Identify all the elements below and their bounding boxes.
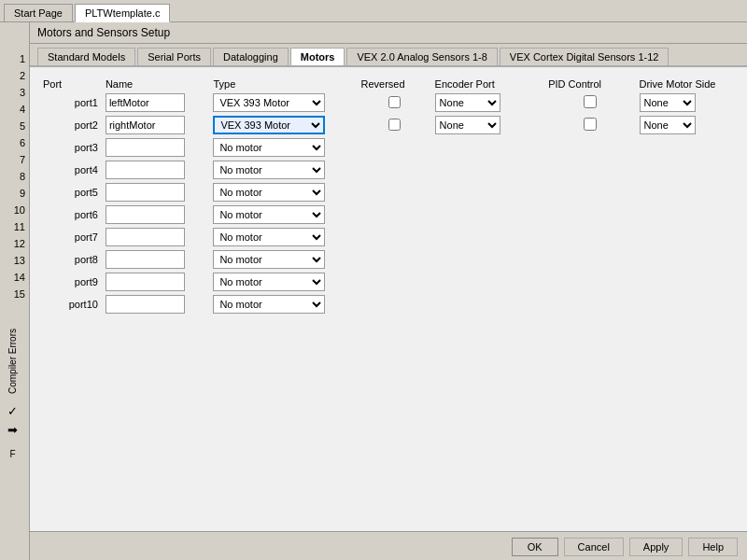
name-input[interactable] (106, 205, 185, 224)
drive-cell (636, 159, 739, 181)
name-input[interactable] (106, 183, 185, 202)
encoder-cell (431, 248, 545, 271)
type-select[interactable]: No motorVEX 393 MotorVEX 269 MotorServo … (213, 138, 325, 157)
drive-select[interactable]: NoneLeftRight (640, 116, 696, 134)
type-cell: No motorVEX 393 MotorVEX 269 MotorServo … (209, 293, 357, 315)
ok-button[interactable]: OK (512, 538, 558, 556)
encoder-cell (431, 271, 545, 293)
drive-select[interactable]: NoneLeftRight (640, 93, 696, 112)
line-10: 10 (0, 202, 25, 218)
col-header-name: Name (102, 77, 210, 91)
main-content: Motors and Sensors Setup Standard Models… (30, 22, 747, 560)
encoder-select[interactable]: NoneEncoder 1Encoder 2 (435, 93, 500, 112)
arrow-area: ✓ ➡ (6, 399, 20, 442)
port-label: port7 (39, 226, 102, 248)
type-select[interactable]: No motorVEX 393 MotorVEX 269 MotorServo … (213, 183, 325, 202)
name-input[interactable] (106, 93, 185, 112)
name-cell (102, 271, 210, 293)
pid-cell (544, 114, 635, 136)
table-row: port9No motorVEX 393 MotorVEX 269 MotorS… (39, 271, 738, 293)
line-15: 15 (0, 286, 25, 302)
compiler-errors-label[interactable]: Compiler Errors (5, 329, 21, 394)
pid-cell (544, 293, 635, 315)
reversed-checkbox[interactable] (388, 119, 401, 131)
name-input[interactable] (106, 161, 185, 179)
table-row: port5No motorVEX 393 MotorVEX 269 MotorS… (39, 181, 738, 203)
apply-button[interactable]: Apply (629, 538, 684, 556)
type-cell: No motorVEX 393 MotorVEX 269 MotorServo … (209, 226, 357, 248)
pid-checkbox[interactable] (584, 118, 597, 131)
line-12: 12 (0, 235, 25, 252)
name-input[interactable] (106, 273, 185, 291)
type-select[interactable]: No motorVEX 393 MotorVEX 269 MotorServo … (213, 116, 325, 134)
encoder-select[interactable]: NoneEncoder 1Encoder 2 (435, 116, 500, 134)
name-input[interactable] (106, 116, 185, 134)
line-9: 9 (0, 185, 25, 202)
type-select[interactable]: No motorVEX 393 MotorVEX 269 MotorServo … (213, 273, 325, 291)
type-select[interactable]: No motorVEX 393 MotorVEX 269 MotorServo … (213, 228, 325, 246)
tab-serial-ports[interactable]: Serial Ports (137, 48, 211, 65)
table-row: port10No motorVEX 393 MotorVEX 269 Motor… (39, 293, 738, 315)
encoder-cell (431, 226, 545, 248)
reversed-checkbox[interactable] (388, 96, 401, 108)
tab-start-page[interactable]: Start Page (4, 4, 73, 21)
type-select[interactable]: No motorVEX 393 MotorVEX 269 MotorServo … (213, 250, 325, 269)
type-select[interactable]: No motorVEX 393 MotorVEX 269 MotorServo … (213, 295, 325, 314)
name-cell (102, 159, 210, 181)
motors-content-area: Port Name Type Reversed Encoder Port PID… (30, 67, 747, 531)
help-button[interactable]: Help (688, 538, 738, 556)
reversed-cell (358, 91, 431, 114)
reversed-cell (358, 203, 431, 226)
col-header-drive: Drive Motor Side (636, 77, 739, 91)
line-1: 1 (0, 50, 25, 67)
name-cell (102, 248, 210, 271)
type-cell: No motorVEX 393 MotorVEX 269 MotorServo … (209, 91, 357, 114)
tab-vex-analog[interactable]: VEX 2.0 Analog Sensors 1-8 (346, 48, 497, 65)
table-row: port6No motorVEX 393 MotorVEX 269 MotorS… (39, 203, 738, 226)
pid-cell (544, 226, 635, 248)
pid-cell (544, 203, 635, 226)
pid-cell (544, 136, 635, 159)
port-label: port4 (39, 159, 102, 181)
name-input[interactable] (106, 138, 185, 157)
reversed-cell (358, 293, 431, 315)
drive-cell (636, 248, 739, 271)
tab-vex-digital[interactable]: VEX Cortex Digital Sensors 1-12 (500, 48, 669, 65)
top-tab-bar: Start Page PLTWtemplate.c (0, 0, 747, 22)
name-cell (102, 293, 210, 315)
line-11: 11 (0, 218, 25, 235)
port-label: port9 (39, 271, 102, 293)
encoder-cell (431, 136, 545, 159)
encoder-cell: NoneEncoder 1Encoder 2 (431, 91, 545, 114)
reversed-cell (358, 248, 431, 271)
type-cell: No motorVEX 393 MotorVEX 269 MotorServo … (209, 271, 357, 293)
type-cell: No motorVEX 393 MotorVEX 269 MotorServo … (209, 203, 357, 226)
name-input[interactable] (106, 295, 185, 314)
tab-motors[interactable]: Motors (290, 48, 345, 65)
type-select[interactable]: No motorVEX 393 MotorVEX 269 MotorServo … (213, 205, 325, 224)
line-14: 14 (0, 269, 25, 286)
name-input[interactable] (106, 250, 185, 269)
name-cell (102, 226, 210, 248)
type-select[interactable]: No motorVEX 393 MotorVEX 269 MotorServo … (213, 93, 325, 112)
name-input[interactable] (106, 228, 185, 246)
type-select[interactable]: No motorVEX 393 MotorVEX 269 MotorServo … (213, 161, 325, 179)
port-label: port5 (39, 181, 102, 203)
pid-cell (544, 91, 635, 114)
drive-cell (636, 226, 739, 248)
line-6: 6 (0, 134, 25, 151)
cancel-button[interactable]: Cancel (564, 538, 624, 556)
pid-cell (544, 181, 635, 203)
pid-checkbox[interactable] (584, 95, 597, 108)
encoder-cell (431, 181, 545, 203)
col-header-reversed: Reversed (358, 77, 431, 91)
port-label: port2 (39, 114, 102, 136)
line-5: 5 (0, 118, 25, 134)
tab-datalogging[interactable]: Datalogging (213, 48, 289, 65)
encoder-cell (431, 293, 545, 315)
tab-pltw[interactable]: PLTWtemplate.c (75, 4, 171, 22)
table-row: port7No motorVEX 393 MotorVEX 269 MotorS… (39, 226, 738, 248)
name-cell (102, 136, 210, 159)
name-cell (102, 181, 210, 203)
tab-standard-models[interactable]: Standard Models (37, 48, 135, 65)
